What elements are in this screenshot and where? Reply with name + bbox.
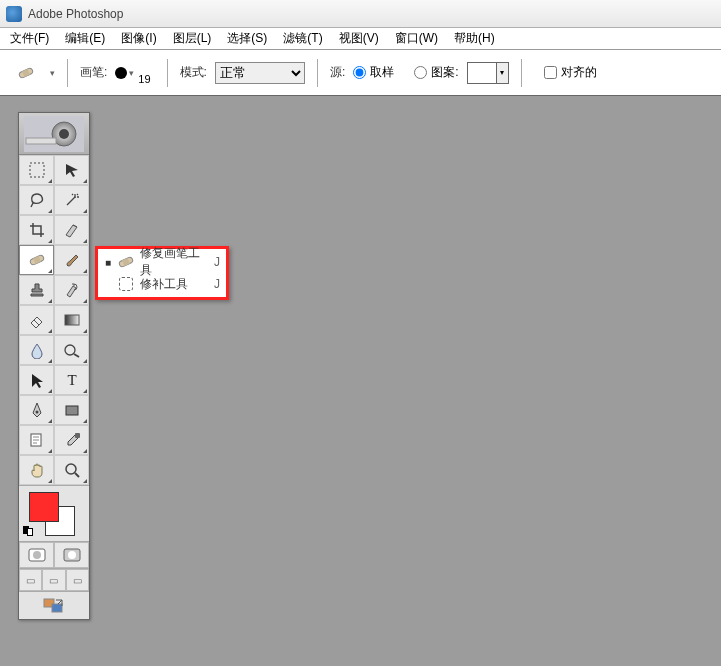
menu-filter[interactable]: 滤镜(T) <box>275 28 330 49</box>
healing-brush-tool[interactable] <box>19 245 54 275</box>
slice-tool[interactable] <box>54 215 89 245</box>
svg-rect-10 <box>65 315 79 325</box>
svg-point-21 <box>68 551 76 559</box>
menu-file[interactable]: 文件(F) <box>2 28 57 49</box>
patch-icon <box>118 276 134 292</box>
flyout-active-mark: ■ <box>104 257 112 268</box>
screen-full-menubar-button[interactable]: ▭ <box>42 569 65 591</box>
sample-radio-input[interactable] <box>353 66 366 79</box>
flyout-item-shortcut: J <box>214 277 220 291</box>
tool-preset-icon[interactable] <box>10 63 42 83</box>
marquee-tool[interactable] <box>19 155 54 185</box>
flyout-item-patch[interactable]: 修补工具 J <box>98 273 226 295</box>
lasso-tool[interactable] <box>19 185 54 215</box>
screen-standard-button[interactable]: ▭ <box>19 569 42 591</box>
brush-tool[interactable] <box>54 245 89 275</box>
shape-tool[interactable] <box>54 395 89 425</box>
menu-select[interactable]: 选择(S) <box>219 28 275 49</box>
zoom-tool[interactable] <box>54 455 89 485</box>
notes-tool[interactable] <box>19 425 54 455</box>
flyout-item-healing-brush[interactable]: ■ 修复画笔工具 J <box>98 251 226 273</box>
move-tool[interactable] <box>54 155 89 185</box>
aligned-checkbox-input[interactable] <box>544 66 557 79</box>
mask-mode-row <box>19 541 89 568</box>
menu-image[interactable]: 图像(I) <box>113 28 164 49</box>
wand-tool[interactable] <box>54 185 89 215</box>
menubar: 文件(F) 编辑(E) 图像(I) 图层(L) 选择(S) 滤镜(T) 视图(V… <box>0 28 721 50</box>
menu-help[interactable]: 帮助(H) <box>446 28 503 49</box>
flyout-item-label: 修复画笔工具 <box>140 245 208 279</box>
svg-point-17 <box>66 464 76 474</box>
brush-size: 19 <box>138 73 150 85</box>
app-title: Adobe Photoshop <box>28 7 123 21</box>
type-tool[interactable]: T <box>54 365 89 395</box>
svg-point-7 <box>74 196 76 198</box>
toolbox-header[interactable] <box>19 113 89 155</box>
menu-layer[interactable]: 图层(L) <box>165 28 220 49</box>
menu-window[interactable]: 窗口(W) <box>387 28 446 49</box>
flyout-item-label: 修补工具 <box>140 276 208 293</box>
source-label: 源: <box>330 64 345 81</box>
mode-select[interactable]: 正常 <box>215 62 305 84</box>
eyedropper-tool[interactable] <box>54 425 89 455</box>
blur-tool[interactable] <box>19 335 54 365</box>
app-icon <box>6 6 22 22</box>
screen-mode-row: ▭ ▭ ▭ <box>19 568 89 591</box>
svg-point-13 <box>35 411 38 414</box>
tool-grid: T <box>19 155 89 485</box>
gradient-tool[interactable] <box>54 305 89 335</box>
svg-point-11 <box>65 345 75 355</box>
source-sample-radio[interactable]: 取样 <box>353 64 394 81</box>
screen-full-button[interactable]: ▭ <box>66 569 89 591</box>
pattern-radio-label: 图案: <box>431 64 458 81</box>
titlebar: Adobe Photoshop <box>0 0 721 28</box>
fg-color-swatch[interactable] <box>29 492 59 522</box>
dodge-tool[interactable] <box>54 335 89 365</box>
quickmask-mode-button[interactable] <box>54 542 89 568</box>
menu-view[interactable]: 视图(V) <box>331 28 387 49</box>
canvas-area: T ▭ ▭ ▭ ■ 修复画笔工具 <box>0 96 721 666</box>
crop-tool[interactable] <box>19 215 54 245</box>
optionsbar: ▾ 画笔: ▾ 19 模式: 正常 源: 取样 图案: ▾ 对齐的 <box>0 50 721 96</box>
svg-rect-16 <box>75 433 80 438</box>
color-swatches <box>19 485 89 541</box>
brush-preview-icon[interactable] <box>115 67 127 79</box>
aligned-label: 对齐的 <box>561 64 597 81</box>
source-pattern-radio[interactable]: 图案: <box>414 64 458 81</box>
svg-text:T: T <box>67 372 76 388</box>
bandaid-icon <box>118 254 134 270</box>
hand-tool[interactable] <box>19 455 54 485</box>
flyout-item-shortcut: J <box>214 255 220 269</box>
mode-label: 模式: <box>180 64 207 81</box>
stamp-tool[interactable] <box>19 275 54 305</box>
pattern-radio-input[interactable] <box>414 66 427 79</box>
pen-tool[interactable] <box>19 395 54 425</box>
healing-tool-flyout: ■ 修复画笔工具 J 修补工具 J <box>95 246 229 300</box>
pattern-dropdown-icon[interactable]: ▾ <box>497 62 509 84</box>
pattern-swatch[interactable] <box>467 62 497 84</box>
menu-edit[interactable]: 编辑(E) <box>57 28 113 49</box>
default-colors-icon[interactable] <box>23 526 33 536</box>
standard-mode-button[interactable] <box>19 542 54 568</box>
aligned-checkbox[interactable]: 对齐的 <box>544 64 597 81</box>
jump-to-imageready-button[interactable] <box>19 591 89 619</box>
history-brush-tool[interactable] <box>54 275 89 305</box>
path-select-tool[interactable] <box>19 365 54 395</box>
svg-point-4 <box>59 129 69 139</box>
sample-radio-label: 取样 <box>370 64 394 81</box>
svg-rect-23 <box>52 604 62 612</box>
brush-label: 画笔: <box>80 64 107 81</box>
svg-point-19 <box>33 551 41 559</box>
svg-rect-14 <box>66 406 78 415</box>
svg-rect-6 <box>30 163 44 177</box>
toolbox: T ▭ ▭ ▭ <box>18 112 90 620</box>
eraser-tool[interactable] <box>19 305 54 335</box>
svg-rect-5 <box>26 138 56 144</box>
